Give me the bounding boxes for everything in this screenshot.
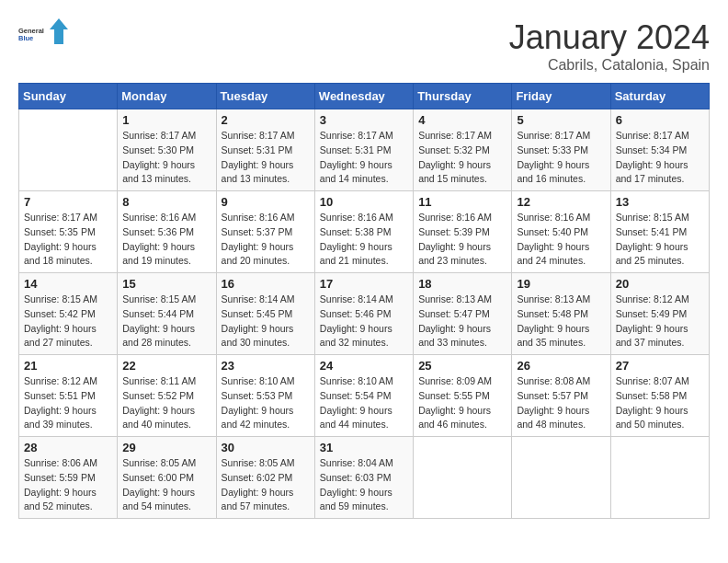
day-number: 9 — [222, 195, 310, 209]
calendar-cell-w2-d3: 9 Sunrise: 8:16 AMSunset: 5:37 PMDayligh… — [216, 191, 314, 273]
calendar-cell-w3-d7: 20 Sunrise: 8:12 AMSunset: 5:49 PMDaylig… — [610, 273, 709, 355]
logo-triangle-icon — [50, 18, 68, 52]
day-detail: Sunrise: 8:15 AMSunset: 5:42 PMDaylight:… — [24, 293, 112, 350]
calendar-cell-w2-d6: 12 Sunrise: 8:16 AMSunset: 5:40 PMDaylig… — [512, 191, 610, 273]
svg-text:Blue: Blue — [18, 34, 33, 42]
day-number: 10 — [320, 195, 408, 209]
day-detail: Sunrise: 8:10 AMSunset: 5:53 PMDaylight:… — [222, 374, 310, 432]
day-number: 13 — [616, 195, 704, 209]
day-detail: Sunrise: 8:08 AMSunset: 5:57 PMDaylight:… — [517, 374, 605, 432]
calendar-cell-w2-d5: 11 Sunrise: 8:16 AMSunset: 5:39 PMDaylig… — [414, 191, 512, 273]
day-detail: Sunrise: 8:05 AMSunset: 6:00 PMDaylight:… — [122, 456, 210, 514]
day-detail: Sunrise: 8:16 AMSunset: 5:37 PMDaylight:… — [222, 211, 310, 269]
day-detail: Sunrise: 8:16 AMSunset: 5:38 PMDaylight:… — [320, 211, 408, 269]
day-detail: Sunrise: 8:17 AMSunset: 5:33 PMDaylight:… — [517, 129, 605, 187]
day-detail: Sunrise: 8:05 AMSunset: 6:02 PMDaylight:… — [222, 456, 310, 514]
day-detail: Sunrise: 8:12 AMSunset: 5:51 PMDaylight:… — [24, 374, 112, 432]
day-detail: Sunrise: 8:13 AMSunset: 5:47 PMDaylight:… — [418, 293, 506, 350]
weekday-header-wednesday: Wednesday — [314, 84, 413, 109]
day-number: 15 — [122, 277, 210, 291]
week-row-5: 28 Sunrise: 8:06 AMSunset: 5:59 PMDaylig… — [19, 437, 710, 519]
weekday-header-saturday: Saturday — [610, 84, 709, 109]
day-number: 19 — [517, 277, 605, 291]
week-row-1: 1 Sunrise: 8:17 AMSunset: 5:30 PMDayligh… — [19, 109, 710, 191]
calendar-cell-w4-d7: 27 Sunrise: 8:07 AMSunset: 5:58 PMDaylig… — [610, 355, 709, 437]
week-row-4: 21 Sunrise: 8:12 AMSunset: 5:51 PMDaylig… — [19, 355, 710, 437]
day-number: 5 — [517, 113, 605, 127]
calendar-cell-w5-d3: 30 Sunrise: 8:05 AMSunset: 6:02 PMDaylig… — [216, 437, 314, 519]
day-number: 3 — [320, 113, 408, 127]
day-detail: Sunrise: 8:17 AMSunset: 5:35 PMDaylight:… — [24, 211, 112, 269]
day-number: 29 — [122, 441, 210, 454]
weekday-header-friday: Friday — [512, 84, 610, 109]
day-number: 23 — [222, 359, 310, 373]
calendar-cell-w4-d3: 23 Sunrise: 8:10 AMSunset: 5:53 PMDaylig… — [216, 355, 314, 437]
day-detail: Sunrise: 8:15 AMSunset: 5:41 PMDaylight:… — [616, 211, 704, 269]
calendar-cell-w4-d4: 24 Sunrise: 8:10 AMSunset: 5:54 PMDaylig… — [314, 355, 413, 437]
logo: General Blue — [18, 18, 68, 52]
calendar-cell-w1-d5: 4 Sunrise: 8:17 AMSunset: 5:32 PMDayligh… — [414, 109, 512, 191]
calendar-cell-w2-d4: 10 Sunrise: 8:16 AMSunset: 5:38 PMDaylig… — [314, 191, 413, 273]
day-detail: Sunrise: 8:11 AMSunset: 5:52 PMDaylight:… — [122, 374, 210, 432]
title-area: January 2024 Cabrils, Catalonia, Spain — [509, 18, 710, 74]
week-row-3: 14 Sunrise: 8:15 AMSunset: 5:42 PMDaylig… — [19, 273, 710, 355]
calendar-cell-w4-d1: 21 Sunrise: 8:12 AMSunset: 5:51 PMDaylig… — [19, 355, 118, 437]
calendar-cell-w1-d7: 6 Sunrise: 8:17 AMSunset: 5:34 PMDayligh… — [610, 109, 709, 191]
calendar-cell-w1-d6: 5 Sunrise: 8:17 AMSunset: 5:33 PMDayligh… — [512, 109, 610, 191]
day-detail: Sunrise: 8:14 AMSunset: 5:46 PMDaylight:… — [320, 293, 408, 350]
day-number: 16 — [222, 277, 310, 291]
day-detail: Sunrise: 8:14 AMSunset: 5:45 PMDaylight:… — [222, 293, 310, 350]
day-detail: Sunrise: 8:17 AMSunset: 5:31 PMDaylight:… — [320, 129, 408, 187]
day-number: 17 — [320, 277, 408, 291]
calendar-cell-w4-d2: 22 Sunrise: 8:11 AMSunset: 5:52 PMDaylig… — [118, 355, 216, 437]
calendar-cell-w5-d1: 28 Sunrise: 8:06 AMSunset: 5:59 PMDaylig… — [19, 437, 118, 519]
day-number: 14 — [24, 277, 112, 291]
day-detail: Sunrise: 8:17 AMSunset: 5:31 PMDaylight:… — [222, 129, 310, 187]
calendar-cell-w5-d2: 29 Sunrise: 8:05 AMSunset: 6:00 PMDaylig… — [118, 437, 216, 519]
day-number: 21 — [24, 359, 112, 373]
calendar-cell-w1-d3: 2 Sunrise: 8:17 AMSunset: 5:31 PMDayligh… — [216, 109, 314, 191]
day-number: 12 — [517, 195, 605, 209]
weekday-header-thursday: Thursday — [414, 84, 512, 109]
calendar-cell-w3-d2: 15 Sunrise: 8:15 AMSunset: 5:44 PMDaylig… — [118, 273, 216, 355]
day-detail: Sunrise: 8:16 AMSunset: 5:36 PMDaylight:… — [122, 211, 210, 269]
calendar-cell-w2-d1: 7 Sunrise: 8:17 AMSunset: 5:35 PMDayligh… — [19, 191, 118, 273]
calendar-cell-w3-d5: 18 Sunrise: 8:13 AMSunset: 5:47 PMDaylig… — [414, 273, 512, 355]
week-row-2: 7 Sunrise: 8:17 AMSunset: 5:35 PMDayligh… — [19, 191, 710, 273]
day-detail: Sunrise: 8:17 AMSunset: 5:34 PMDaylight:… — [616, 129, 704, 187]
day-number: 1 — [122, 113, 210, 127]
day-number: 30 — [222, 441, 310, 454]
day-number: 31 — [320, 441, 408, 454]
day-number: 11 — [418, 195, 506, 209]
day-number: 4 — [418, 113, 506, 127]
day-number: 20 — [616, 277, 704, 291]
calendar-cell-w3-d1: 14 Sunrise: 8:15 AMSunset: 5:42 PMDaylig… — [19, 273, 118, 355]
day-detail: Sunrise: 8:17 AMSunset: 5:32 PMDaylight:… — [418, 129, 506, 187]
weekday-header-sunday: Sunday — [19, 84, 118, 109]
calendar-cell-w5-d5 — [414, 437, 512, 519]
calendar-cell-w1-d2: 1 Sunrise: 8:17 AMSunset: 5:30 PMDayligh… — [118, 109, 216, 191]
day-number: 7 — [24, 195, 112, 209]
day-number: 28 — [24, 441, 112, 454]
day-detail: Sunrise: 8:04 AMSunset: 6:03 PMDaylight:… — [320, 456, 408, 514]
page-header: General Blue January 2024 Cabrils, Catal… — [18, 18, 710, 74]
day-detail: Sunrise: 8:06 AMSunset: 5:59 PMDaylight:… — [24, 456, 112, 514]
day-number: 24 — [320, 359, 408, 373]
logo-svg: General Blue — [18, 18, 46, 52]
calendar-table: SundayMondayTuesdayWednesdayThursdayFrid… — [18, 83, 710, 519]
calendar-cell-w1-d4: 3 Sunrise: 8:17 AMSunset: 5:31 PMDayligh… — [314, 109, 413, 191]
day-number: 6 — [616, 113, 704, 127]
month-title: January 2024 — [509, 18, 710, 57]
calendar-cell-w5-d4: 31 Sunrise: 8:04 AMSunset: 6:03 PMDaylig… — [314, 437, 413, 519]
day-number: 25 — [418, 359, 506, 373]
day-detail: Sunrise: 8:09 AMSunset: 5:55 PMDaylight:… — [418, 374, 506, 432]
calendar-cell-w3-d6: 19 Sunrise: 8:13 AMSunset: 5:48 PMDaylig… — [512, 273, 610, 355]
location-title: Cabrils, Catalonia, Spain — [509, 57, 710, 74]
day-detail: Sunrise: 8:17 AMSunset: 5:30 PMDaylight:… — [122, 129, 210, 187]
calendar-cell-w3-d4: 17 Sunrise: 8:14 AMSunset: 5:46 PMDaylig… — [314, 273, 413, 355]
calendar-cell-w4-d5: 25 Sunrise: 8:09 AMSunset: 5:55 PMDaylig… — [414, 355, 512, 437]
day-number: 8 — [122, 195, 210, 209]
calendar-cell-w2-d7: 13 Sunrise: 8:15 AMSunset: 5:41 PMDaylig… — [610, 191, 709, 273]
calendar-cell-w4-d6: 26 Sunrise: 8:08 AMSunset: 5:57 PMDaylig… — [512, 355, 610, 437]
calendar-cell-w5-d6 — [512, 437, 610, 519]
